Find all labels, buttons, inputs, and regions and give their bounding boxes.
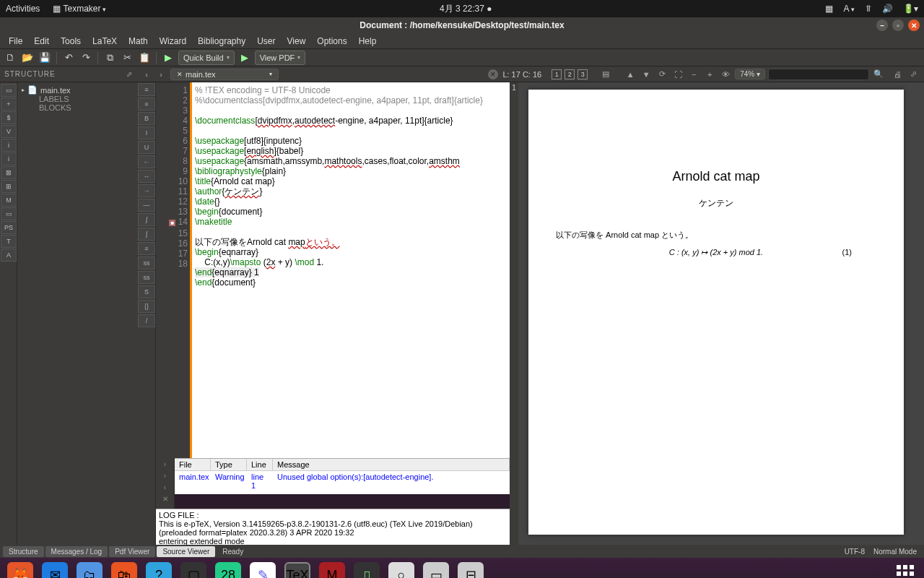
clock[interactable]: 4月 3 22:37 ●	[106, 3, 825, 15]
menu-view[interactable]: View	[283, 35, 310, 48]
undo-button[interactable]: ↶	[61, 51, 76, 65]
ic-a[interactable]: A	[1, 249, 17, 262]
pdf-viewer[interactable]: Arnold cat map ケンテン 以下の写像を Arnold cat ma…	[518, 82, 924, 545]
pdf-search-input[interactable]	[768, 69, 869, 80]
clear-icon[interactable]: ✕	[488, 69, 498, 79]
dock-software[interactable]: 🛍	[111, 562, 137, 578]
structure-labels[interactable]: LABELS	[22, 95, 133, 103]
zoom-out-icon[interactable]: −	[687, 68, 700, 81]
ic-plus[interactable]: +	[1, 98, 17, 111]
eye-icon[interactable]: 👁	[719, 68, 732, 81]
menu-user[interactable]: User	[253, 35, 279, 48]
compile-button[interactable]: ▶	[161, 51, 175, 65]
menu-help[interactable]: Help	[354, 35, 381, 48]
eic-17[interactable]: /	[138, 314, 155, 327]
zoom-in-icon[interactable]: +	[703, 68, 716, 81]
app-menu[interactable]: ▦ Texmaker	[53, 4, 106, 14]
dock-texmaker[interactable]: TeX	[284, 562, 310, 578]
dock-calendar[interactable]: 28	[215, 562, 241, 578]
menu-options[interactable]: Options	[313, 35, 351, 48]
dock-disk2[interactable]: ▭	[423, 562, 449, 578]
eic-11[interactable]: ∫	[138, 228, 155, 241]
msg-stop-icon[interactable]: ✕	[156, 493, 174, 504]
copy-button[interactable]: ⧉	[103, 51, 117, 65]
ic-i1[interactable]: i	[1, 139, 17, 152]
eic-7[interactable]: ↔	[138, 170, 155, 183]
close-button[interactable]: ✕	[908, 20, 920, 31]
eic-12[interactable]: ≡	[138, 242, 155, 255]
view-combo[interactable]: View PDF	[255, 51, 306, 65]
page-1-box[interactable]: 1	[552, 69, 562, 79]
pdf-up-icon[interactable]: ▲	[624, 68, 637, 81]
detach-icon[interactable]: ⬀	[126, 70, 133, 78]
zoom-combo[interactable]: 74% ▾	[735, 69, 765, 79]
page-2-box[interactable]: 2	[565, 69, 575, 79]
eic-13[interactable]: ss	[138, 256, 155, 269]
eic-8[interactable]: →	[138, 184, 155, 197]
msg-down-icon[interactable]: ›	[156, 470, 174, 481]
ic-box[interactable]: ▭	[1, 84, 17, 97]
msg-up-icon[interactable]: ›	[156, 458, 174, 470]
battery-icon[interactable]: 🔋▾	[903, 4, 918, 14]
eic-3[interactable]: B	[138, 112, 155, 125]
eic-1[interactable]: ≡	[138, 83, 155, 96]
ic-v[interactable]: V	[1, 125, 17, 138]
tab-messages[interactable]: Messages / Log	[45, 546, 108, 557]
menu-edit[interactable]: Edit	[30, 35, 53, 48]
build-combo[interactable]: Quick Build	[178, 51, 235, 65]
dock-monitor[interactable]: ⎍	[354, 562, 380, 578]
ic-i2[interactable]: i	[1, 152, 17, 165]
tray-icon[interactable]: ▦	[825, 4, 833, 14]
dock-disk1[interactable]: ○	[388, 562, 414, 578]
pdf-layout-icon[interactable]: ▤	[599, 68, 612, 81]
pdf-fit-icon[interactable]: ⛶	[671, 68, 684, 81]
wifi-icon[interactable]: ⥣	[865, 4, 872, 14]
save-button[interactable]: 💾	[38, 51, 52, 65]
ic-m[interactable]: M	[1, 194, 17, 207]
dock-gedit[interactable]: ✎	[250, 562, 276, 578]
eic-10[interactable]: ∫	[138, 213, 155, 226]
eic-9[interactable]: —	[138, 199, 155, 212]
input-method[interactable]: A	[843, 4, 855, 14]
file-tab[interactable]: main.tex	[170, 69, 279, 80]
pdf-rotate-icon[interactable]: ⟳	[655, 68, 668, 81]
external-icon[interactable]: ⬀	[907, 68, 920, 81]
redo-button[interactable]: ↷	[79, 51, 93, 65]
ic-t[interactable]: T	[1, 235, 17, 248]
show-apps-button[interactable]	[897, 565, 917, 578]
menu-bibliography[interactable]: Bibliography	[193, 35, 250, 48]
menu-math[interactable]: Math	[124, 35, 152, 48]
dock-terminal[interactable]: ▢	[180, 562, 206, 578]
activities-button[interactable]: Activities	[6, 4, 40, 14]
new-button[interactable]: 🗋	[3, 51, 17, 65]
minimize-button[interactable]: –	[876, 20, 888, 31]
eic-6[interactable]: ←	[138, 155, 155, 168]
volume-icon[interactable]: 🔊	[882, 4, 893, 14]
menu-wizard[interactable]: Wizard	[155, 35, 191, 48]
eic-4[interactable]: I	[138, 126, 155, 139]
cut-button[interactable]: ✂	[120, 51, 134, 65]
tab-sourceviewer[interactable]: Source Viewer	[157, 546, 215, 557]
dock-mendeley[interactable]: M	[319, 562, 345, 578]
eic-2[interactable]: ≡	[138, 98, 155, 111]
page-3-box[interactable]: 3	[578, 69, 588, 79]
open-button[interactable]: 📂	[20, 51, 35, 65]
view-button[interactable]: ▶	[237, 51, 252, 65]
eic-5[interactable]: U	[138, 141, 155, 154]
eic-16[interactable]: {}	[138, 300, 155, 313]
message-row[interactable]: main.tex Warning line 1 Unused global op…	[175, 471, 510, 491]
dock-firefox[interactable]: 🦊	[7, 562, 33, 578]
dock-files[interactable]: 🗂	[77, 562, 103, 578]
dock-thunderbird[interactable]: ✉	[42, 562, 68, 578]
paste-button[interactable]: 📋	[137, 51, 152, 65]
dock-help[interactable]: ?	[146, 562, 172, 578]
ic-n[interactable]: ▭	[1, 207, 17, 220]
bookmark-icon[interactable]: ■	[169, 220, 175, 226]
eic-14[interactable]: ss	[138, 271, 155, 284]
eic-15[interactable]: S	[138, 285, 155, 298]
menu-tools[interactable]: Tools	[56, 35, 85, 48]
menu-latex[interactable]: LaTeX	[88, 35, 121, 48]
ic-ps[interactable]: PS	[1, 221, 17, 234]
menu-file[interactable]: File	[4, 35, 27, 48]
maximize-button[interactable]: ▫	[892, 20, 904, 31]
